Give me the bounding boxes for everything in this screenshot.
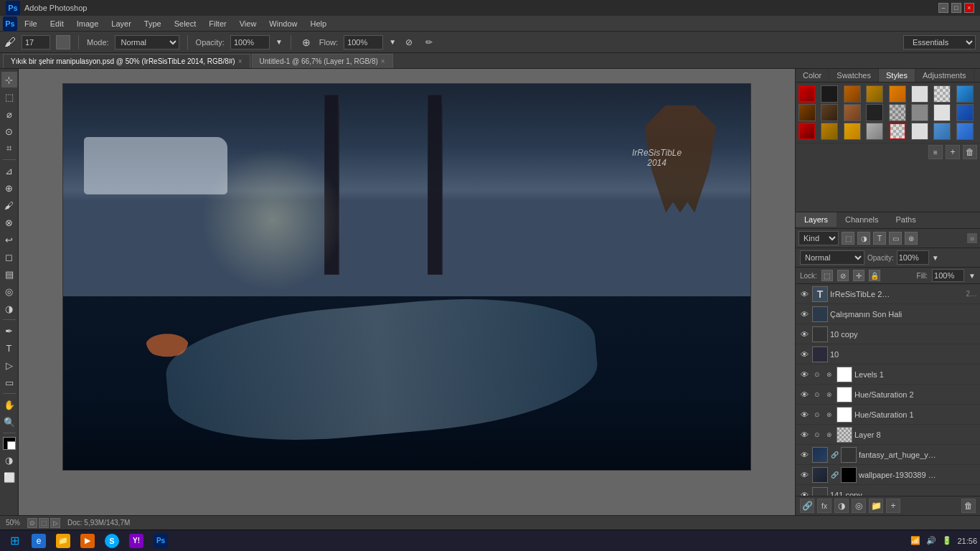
- flow-arrow-icon[interactable]: ▼: [389, 38, 396, 46]
- menu-type[interactable]: Type: [138, 18, 167, 29]
- marquee-tool[interactable]: ⬚: [1, 89, 17, 105]
- fill-arrow[interactable]: ▼: [969, 272, 976, 280]
- menu-image[interactable]: Image: [71, 18, 105, 29]
- tab-paths[interactable]: Paths: [887, 212, 925, 228]
- shape-tool[interactable]: ▭: [1, 375, 17, 390]
- layer-row[interactable]: 👁 🔗 wallpaper-1930389 …: [796, 465, 980, 485]
- swatch-5[interactable]: [889, 85, 906, 103]
- filter-type-icon[interactable]: T: [873, 232, 886, 245]
- dodge-tool[interactable]: ◑: [1, 301, 17, 316]
- swatch-23[interactable]: [933, 123, 951, 140]
- tab-adjustments[interactable]: Adjustments: [915, 69, 974, 82]
- tab-color[interactable]: Color: [796, 69, 829, 82]
- layer-visibility-toggle[interactable]: 👁: [798, 429, 810, 441]
- blur-tool[interactable]: ◎: [1, 283, 17, 299]
- doc-tab-untitled[interactable]: Untitled-1 @ 66,7% (Layer 1, RGB/8) ×: [252, 54, 393, 68]
- history-tool[interactable]: ↩: [1, 232, 17, 248]
- lock-paint-icon[interactable]: ⊘: [837, 270, 849, 281]
- opacity-arrow[interactable]: ▼: [932, 254, 939, 262]
- swatch-20[interactable]: [866, 123, 883, 140]
- tab-swatches[interactable]: Swatches: [829, 69, 879, 82]
- layer-row[interactable]: 👁 T IrReSisTibLe 2… 2…: [796, 284, 980, 304]
- menu-help[interactable]: Help: [304, 18, 332, 29]
- new-group-btn[interactable]: 📁: [869, 499, 883, 513]
- flow-input[interactable]: 100%: [344, 35, 383, 50]
- layer-visibility-toggle[interactable]: 👁: [798, 288, 810, 300]
- sound-icon[interactable]: 🔊: [925, 535, 937, 547]
- gradient-tool[interactable]: ▤: [1, 266, 17, 282]
- add-mask-btn[interactable]: ◑: [834, 499, 849, 513]
- layer-visibility-toggle[interactable]: 👁: [798, 449, 810, 461]
- taskbar-ps[interactable]: Ps: [149, 532, 172, 550]
- menu-edit[interactable]: Edit: [44, 18, 70, 29]
- maximize-btn[interactable]: □: [951, 3, 961, 13]
- layer-visibility-toggle[interactable]: 👁: [798, 309, 810, 320]
- pen-tool[interactable]: ✒: [1, 323, 17, 339]
- eraser-tool[interactable]: ◻: [1, 249, 17, 265]
- layer-visibility-toggle[interactable]: 👁: [798, 489, 810, 496]
- swatch-24[interactable]: [956, 123, 974, 140]
- layers-filter-toggle[interactable]: ○: [967, 233, 977, 243]
- layer-row[interactable]: 👁 ⊙ ⊗ Hue/Saturation 1: [796, 405, 980, 425]
- swatch-3[interactable]: [844, 85, 861, 103]
- tab-layers[interactable]: Layers: [796, 212, 837, 228]
- layer-row[interactable]: 👁 ⊙ ⊗ Hue/Saturation 2: [796, 385, 980, 405]
- new-layer-btn[interactable]: +: [886, 499, 900, 513]
- doc-tab-main-close[interactable]: ×: [238, 57, 242, 65]
- start-btn[interactable]: ⊞: [3, 532, 26, 550]
- brush-preset-icon[interactable]: [56, 35, 70, 50]
- quick-mask-btn[interactable]: ◑: [1, 452, 17, 468]
- new-adj-layer-btn[interactable]: ◎: [852, 499, 866, 513]
- menu-filter[interactable]: Filter: [203, 18, 232, 29]
- fill-input[interactable]: 100%: [932, 269, 964, 282]
- swatch-10[interactable]: [821, 104, 838, 121]
- lock-all-icon[interactable]: 🔒: [869, 270, 880, 281]
- hand-tool[interactable]: ✋: [1, 397, 17, 413]
- crop-tool[interactable]: ⌗: [1, 141, 17, 156]
- taskbar-skype[interactable]: S: [100, 532, 123, 550]
- layer-visibility-toggle[interactable]: 👁: [798, 349, 810, 360]
- delete-layer-btn[interactable]: 🗑: [961, 499, 976, 513]
- close-btn[interactable]: ×: [964, 3, 974, 13]
- filter-pixel-icon[interactable]: ⬚: [842, 232, 854, 245]
- layers-kind-select[interactable]: Kind Name Effect Mode: [798, 231, 839, 245]
- swatch-11[interactable]: [844, 104, 861, 121]
- layer-row[interactable]: 👁 10 copy: [796, 324, 980, 344]
- pen-pressure-icon[interactable]: ⊘: [402, 35, 416, 50]
- filter-adj-icon[interactable]: ◑: [857, 232, 870, 245]
- lasso-tool[interactable]: ⌀: [1, 106, 17, 122]
- taskbar-media[interactable]: ▶: [76, 532, 99, 550]
- menu-select[interactable]: Select: [169, 18, 202, 29]
- doc-tab-main[interactable]: Yıkık bir şehir manipulasyon.psd @ 50% (…: [3, 54, 250, 68]
- styles-new-btn[interactable]: +: [946, 145, 960, 159]
- tab-styles[interactable]: Styles: [879, 69, 915, 82]
- swatch-2[interactable]: [821, 85, 838, 103]
- minimize-btn[interactable]: –: [938, 3, 948, 13]
- swatch-8[interactable]: [956, 85, 974, 103]
- swatch-21[interactable]: [889, 123, 906, 140]
- styles-delete-btn[interactable]: 🗑: [963, 145, 977, 159]
- swatch-17[interactable]: [798, 123, 816, 140]
- airbrush-icon[interactable]: ⊕: [299, 35, 314, 50]
- swatch-4[interactable]: [866, 85, 883, 103]
- mode-select[interactable]: Normal Multiply Screen: [115, 35, 179, 50]
- swatch-12[interactable]: [866, 104, 883, 121]
- swatch-22[interactable]: [911, 123, 928, 140]
- swatch-16[interactable]: [956, 104, 974, 121]
- swatch-19[interactable]: [844, 123, 861, 140]
- opacity-input[interactable]: 100%: [897, 250, 929, 265]
- screen-mode-btn[interactable]: ⬜: [1, 469, 17, 485]
- clone-tool[interactable]: ⊗: [1, 215, 17, 230]
- filter-smart-icon[interactable]: ⊛: [905, 232, 918, 245]
- menu-layer[interactable]: Layer: [105, 18, 137, 29]
- brush-tool[interactable]: 🖌: [1, 197, 17, 213]
- taskbar-explorer[interactable]: 📁: [52, 532, 75, 550]
- menu-file[interactable]: File: [19, 18, 43, 29]
- healing-tool[interactable]: ⊕: [1, 180, 17, 196]
- essentials-select[interactable]: Essentials Photography Design: [903, 35, 976, 50]
- layer-fx-btn[interactable]: fx: [817, 499, 831, 513]
- link-layers-btn[interactable]: 🔗: [800, 499, 814, 513]
- swatch-18[interactable]: [821, 123, 838, 140]
- tab-channels[interactable]: Channels: [837, 212, 887, 228]
- swatch-13[interactable]: [889, 104, 906, 121]
